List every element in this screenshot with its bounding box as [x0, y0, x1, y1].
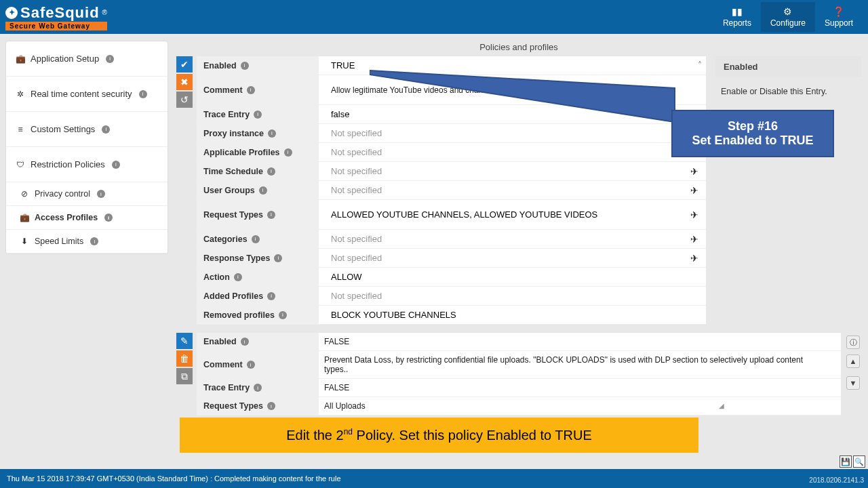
nav-support-label: Support	[825, 18, 853, 28]
nav-reports[interactable]: ▮▮Reports	[713, 2, 761, 32]
field-value-profiles[interactable]: Not specified	[319, 143, 694, 161]
info-icon: i	[102, 125, 110, 134]
move-up-button[interactable]: ▲	[846, 354, 860, 368]
callout-line1: Step #16	[678, 119, 827, 134]
sidebar-item-realtime[interactable]: ✲Real time content securityi	[6, 77, 167, 112]
bug-icon: ✲	[16, 89, 25, 99]
edit-button[interactable]: ✎	[176, 333, 193, 349]
info-icon[interactable]: i	[241, 62, 249, 70]
move-down-button[interactable]: ▼	[846, 376, 860, 390]
info-icon[interactable]: i	[267, 167, 275, 176]
info-icon: i	[90, 237, 98, 245]
sliders-icon: ≡	[16, 125, 25, 134]
briefcase-icon: 💼	[16, 54, 25, 64]
field-value-added[interactable]: Not specified	[319, 287, 694, 305]
send-icon[interactable]: ✈	[683, 249, 706, 267]
ban-icon: ⊘	[20, 189, 29, 199]
version-text: 2018.0206.2141.3	[809, 476, 864, 484]
field-label-reqtypes: Request Typesi	[197, 200, 319, 229]
info-icon[interactable]: i	[268, 129, 276, 138]
info-icon[interactable]: i	[247, 86, 255, 94]
brand-tagline: Secure Web Gateway	[5, 22, 107, 30]
brand-reg: ®	[102, 9, 107, 16]
field-value-comment[interactable]: Allow legitimate YouTube videos and chan…	[319, 75, 694, 104]
field-value-removed[interactable]: BLOCK YOUTUBE CHANNELS	[319, 306, 694, 324]
sidebar-item-privacy[interactable]: ⊘Privacy controli	[6, 182, 167, 206]
nav-reports-label: Reports	[723, 18, 751, 28]
sidebar-item-custom[interactable]: ≡Custom Settingsi	[6, 112, 167, 147]
info-icon[interactable]: i	[284, 148, 292, 157]
cancel-button[interactable]: ✖	[176, 74, 193, 90]
field-label-trace: Trace Entryi	[197, 105, 319, 123]
info-icon[interactable]: i	[241, 338, 249, 346]
info-icon[interactable]: i	[267, 211, 275, 219]
info-icon[interactable]: i	[267, 292, 275, 300]
info-icon: i	[112, 161, 120, 169]
save-button[interactable]: ✔	[176, 56, 193, 73]
info-icon[interactable]: i	[259, 186, 267, 195]
field-label-enabled: Enabledi	[197, 333, 319, 350]
nav-configure[interactable]: ⚙Configure	[761, 2, 815, 32]
sidebar-item-app-setup[interactable]: 💼Application Setupi	[6, 41, 167, 77]
sidebar-label: Real time content security	[31, 89, 132, 99]
delete-button[interactable]: 🗑	[176, 350, 193, 367]
sidebar-label: Custom Settings	[31, 124, 95, 134]
nav-support[interactable]: ❓Support	[815, 2, 863, 32]
info-icon[interactable]: i	[279, 311, 287, 319]
send-icon[interactable]: ✈	[683, 162, 706, 180]
info-icon: i	[106, 55, 114, 63]
banner-sup: nd	[344, 427, 353, 436]
sidebar-item-access[interactable]: 💼Access Profilesi	[6, 206, 167, 230]
info-icon[interactable]: i	[252, 235, 260, 243]
field-label-resptypes: Response Typesi	[197, 249, 319, 267]
field-label-reqtypes: Request Typesi	[197, 397, 319, 415]
info-button[interactable]: ⓘ	[846, 336, 860, 349]
info-icon[interactable]: i	[254, 384, 262, 392]
field-label-trace: Trace Entryi	[197, 379, 319, 396]
send-icon[interactable]: ✈	[683, 230, 706, 248]
info-icon[interactable]: i	[234, 273, 242, 281]
help-icon: ❓	[825, 6, 853, 17]
gears-icon: ⚙	[770, 6, 806, 17]
collapse-icon[interactable]: ˄	[694, 56, 706, 75]
sidebar-item-speed[interactable]: ⬇Speed Limitsi	[6, 230, 167, 253]
send-icon[interactable]: ✈	[683, 181, 706, 199]
info-icon[interactable]: i	[247, 361, 255, 369]
field-value-schedule[interactable]: Not specified	[319, 162, 683, 180]
page-title: Policies and profiles	[176, 41, 861, 56]
sidebar-item-restriction[interactable]: 🛡Restriction Policiesi	[6, 147, 167, 182]
field-label-categories: Categoriesi	[197, 230, 319, 248]
banner-post: Policy. Set this policy Enabled to TRUE	[353, 428, 592, 443]
field-label-schedule: Time Schedulei	[197, 162, 319, 180]
field-value-categories[interactable]: Not specified	[319, 230, 683, 248]
instruction-banner: Edit the 2nd Policy. Set this policy Ena…	[180, 418, 698, 453]
field-value-resptypes[interactable]: Not specified	[319, 249, 683, 267]
sidebar-label: Application Setup	[31, 54, 99, 64]
search-icon[interactable]: 🔍	[853, 455, 865, 468]
field-value-proxy[interactable]: Not specified	[319, 124, 694, 142]
field-label-groups: User Groupsi	[197, 181, 319, 199]
info-icon[interactable]: i	[267, 402, 275, 410]
sidebar-label: Access Profiles	[35, 213, 98, 222]
step-callout: Step #16 Set Enabled to TRUE	[671, 110, 834, 157]
save-icon[interactable]: 💾	[840, 455, 852, 468]
field-value-groups[interactable]: Not specified	[319, 181, 683, 199]
logo-icon: ✦	[5, 7, 18, 19]
clone-button[interactable]: ⧉	[176, 368, 193, 384]
shield-icon: 🛡	[16, 160, 25, 169]
info-icon: i	[97, 190, 105, 198]
field-value-enabled[interactable]: TRUE	[319, 56, 694, 75]
status-text: Thu Mar 15 2018 17:39:47 GMT+0530 (India…	[7, 474, 341, 483]
field-value-reqtypes[interactable]: ALLOWED YOUTUBE CHANNELS, ALLOWED YOUTUB…	[319, 200, 683, 229]
info-icon[interactable]: i	[274, 254, 282, 262]
info-icon[interactable]: i	[254, 110, 262, 119]
field-value-action[interactable]: ALLOW	[319, 268, 694, 286]
field-label-profiles: Applicable Profilesi	[197, 143, 319, 161]
field-value-enabled: FALSE	[319, 333, 841, 350]
banner-pre: Edit the 2	[286, 428, 344, 443]
callout-line2: Set Enabled to TRUE	[678, 134, 827, 148]
reset-button[interactable]: ↺	[176, 92, 193, 108]
field-value-trace: FALSE	[319, 379, 841, 396]
send-icon[interactable]: ✈	[683, 200, 706, 229]
field-value-trace[interactable]: false	[319, 105, 694, 123]
